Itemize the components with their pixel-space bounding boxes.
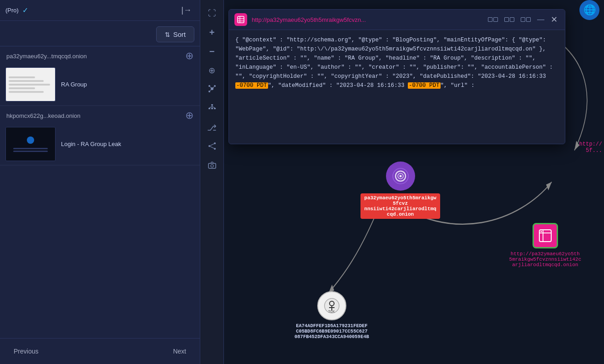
snapshot-thumb-1 — [5, 67, 56, 101]
layout-rect — [521, 17, 525, 22]
tool-strip: ⛶ + − ⊕ — [200, 0, 224, 364]
dark-thumb-inner — [6, 127, 55, 161]
svg-line-12 — [209, 106, 212, 108]
main-node-label: pa32ymaeu62yo5th5mraikgw5fcvz nnsiiwti42… — [360, 193, 440, 219]
web-node[interactable]: http://pa32ymaeu62yo5th 5mraikgw5fcvznns… — [509, 223, 581, 268]
svg-point-15 — [208, 145, 210, 147]
zoom-in-icon: + — [209, 27, 215, 38]
layout-rect — [488, 17, 492, 22]
sort-label: Sort — [173, 30, 186, 38]
tor-node-circle — [386, 162, 415, 191]
sort-bar: ⇅ Sort — [0, 21, 200, 46]
next-button[interactable]: Next — [168, 345, 191, 358]
svg-rect-9 — [211, 108, 213, 109]
svg-point-2 — [214, 85, 216, 87]
popup-content: { "@context" : "http://schema.org", "@ty… — [229, 30, 565, 144]
svg-point-35 — [540, 231, 542, 232]
snapshot-thumb-row-2: Login - RA Group Leak — [5, 127, 194, 161]
thumb-line — [9, 76, 35, 78]
center-button[interactable]: ⊕ — [203, 62, 221, 79]
main-area: 🌐 http://pa32ymaeu62yo5th5mraikgw5fcvzn.… — [224, 0, 604, 364]
layout-rect — [526, 17, 531, 22]
tor-logo-icon — [392, 167, 409, 185]
share-icon — [208, 142, 217, 153]
hierarchy-icon — [208, 103, 217, 115]
domain-text-1: pa32ymaeu62y...tmqcqd.onion — [6, 53, 87, 60]
add-snapshot-button-2[interactable]: ⊕ — [185, 111, 193, 121]
previous-button[interactable]: Previous — [9, 345, 43, 358]
domain-section-1: pa32ymaeu62y...tmqcqd.onion ⊕ RA Group — [0, 46, 200, 106]
globe-icon[interactable]: 🌐 — [579, 0, 599, 20]
dark-dot — [27, 136, 34, 144]
popup-layout-btn-2[interactable] — [502, 16, 516, 23]
svg-text:TOX: TOX — [328, 310, 335, 313]
popup-panel: http://pa32ymaeu62yo5th5mraikgw5fcvzn...… — [228, 9, 565, 144]
highlight-timezone-2: -0700 PDT — [408, 82, 441, 89]
svg-rect-10 — [214, 108, 216, 109]
svg-line-13 — [212, 106, 215, 108]
popup-site-icon — [234, 13, 247, 26]
tox-node[interactable]: TOX EA74ADFFEF1D5A179231FEDEF C05BD8FC6B… — [294, 291, 369, 339]
center-icon: ⊕ — [208, 66, 215, 76]
svg-point-14 — [214, 142, 216, 144]
svg-line-18 — [210, 147, 214, 148]
svg-line-5 — [213, 87, 214, 88]
tox-icon: TOX — [324, 298, 340, 314]
layout-rect — [510, 17, 514, 22]
svg-point-26 — [399, 175, 401, 177]
domain-text-2: hkpomcx622g...keoad.onion — [6, 112, 81, 119]
svg-point-3 — [208, 91, 210, 92]
tox-node-circle: TOX — [317, 291, 346, 320]
zoom-out-button[interactable]: − — [203, 43, 221, 60]
hierarchy-button[interactable] — [203, 100, 221, 117]
highlight-timezone-1: -0700 PDT — [235, 82, 268, 89]
thumb-lines-1 — [6, 74, 55, 96]
share-button[interactable] — [203, 138, 221, 156]
sidebar-footer: Previous Next — [0, 338, 200, 364]
sort-button[interactable]: ⇅ Sort — [156, 26, 194, 42]
snapshot-label-1: RA Group — [61, 81, 87, 88]
tox-hash-label: EA74ADFFEF1D5A179231FEDEF C05BD8FC6B9E09… — [294, 323, 369, 339]
sidebar-header-left: (Pro) ✓ — [5, 6, 28, 15]
svg-line-4 — [210, 87, 211, 88]
popup-layout-btn-1[interactable] — [486, 16, 500, 23]
popup-layout-btn-3[interactable] — [519, 16, 533, 23]
layout-rect — [504, 17, 509, 22]
svg-rect-8 — [208, 108, 210, 109]
popup-close-button[interactable]: ✕ — [549, 14, 559, 25]
svg-rect-21 — [238, 16, 244, 23]
web-node-label: http://pa32ymaeu62yo5th 5mraikgw5fcvznns… — [509, 251, 581, 268]
snapshot-label-2: Login - RA Group Leak — [61, 141, 121, 147]
web-icon — [538, 228, 553, 243]
svg-rect-7 — [211, 104, 213, 106]
network-button[interactable] — [203, 81, 221, 98]
snapshot-item-login[interactable]: Login - RA Group Leak — [0, 123, 200, 165]
web-node-icon — [533, 223, 558, 248]
domain-label-2: hkpomcx622g...keoad.onion ⊕ — [0, 106, 200, 123]
svg-line-6 — [210, 90, 211, 91]
layout-rect — [493, 17, 498, 22]
onion-main-node[interactable]: pa32ymaeu62yo5th5mraikgw5fcvz nnsiiwti42… — [360, 162, 440, 219]
sidebar-header: (Pro) ✓ |→ — [0, 0, 200, 21]
sort-icon: ⇅ — [165, 31, 170, 38]
partial-url-corner: http:// 5f... — [579, 141, 604, 154]
snapshot-thumb-row-1: RA Group — [5, 67, 194, 101]
branch-button[interactable]: ⎇ — [203, 119, 221, 136]
add-snapshot-button-1[interactable]: ⊕ — [185, 51, 193, 61]
svg-point-20 — [211, 164, 213, 167]
fullscreen-button[interactable]: ⛶ — [203, 5, 221, 22]
check-icon: ✓ — [22, 6, 28, 15]
export-button[interactable]: |→ — [178, 4, 194, 17]
popup-header: http://pa32ymaeu62yo5th5mraikgw5fcvzn...… — [229, 10, 565, 30]
camera-button[interactable] — [203, 157, 221, 175]
svg-point-1 — [208, 85, 210, 87]
dark-line — [13, 148, 48, 149]
popup-minimize-button[interactable]: — — [535, 15, 546, 25]
zoom-out-icon: − — [209, 46, 215, 57]
svg-rect-19 — [208, 163, 216, 168]
zoom-in-button[interactable]: + — [203, 24, 221, 41]
svg-point-16 — [214, 148, 216, 150]
snapshot-item-ra-group[interactable]: RA Group — [0, 64, 200, 106]
thumb-line — [9, 87, 35, 89]
thumb-line — [9, 80, 44, 82]
